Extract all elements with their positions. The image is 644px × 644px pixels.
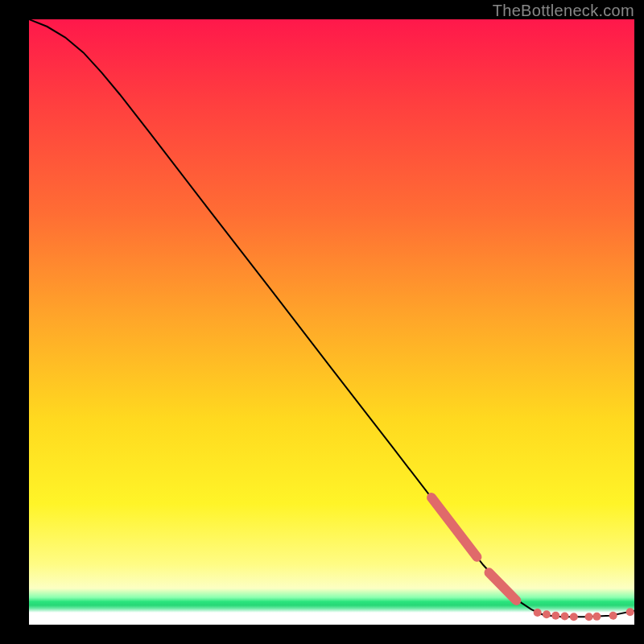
highlight-dot xyxy=(592,613,601,621)
highlight-dot xyxy=(561,612,569,620)
highlight-dot xyxy=(585,613,593,621)
highlight-segment xyxy=(489,572,517,601)
highlight-segment xyxy=(431,497,477,557)
highlight-dot xyxy=(609,612,617,620)
curve-overlay xyxy=(29,19,634,625)
highlight-dot xyxy=(551,612,559,620)
highlight-dot xyxy=(534,609,542,617)
highlight-dot xyxy=(626,608,634,616)
highlight-dot xyxy=(570,613,578,621)
attribution-text: TheBottleneck.com xyxy=(493,2,634,20)
highlight-dot xyxy=(543,610,551,618)
highlight-points xyxy=(431,497,634,621)
plot-area xyxy=(29,19,634,625)
chart-frame: TheBottleneck.com xyxy=(0,0,644,644)
bottleneck-curve xyxy=(29,19,634,617)
